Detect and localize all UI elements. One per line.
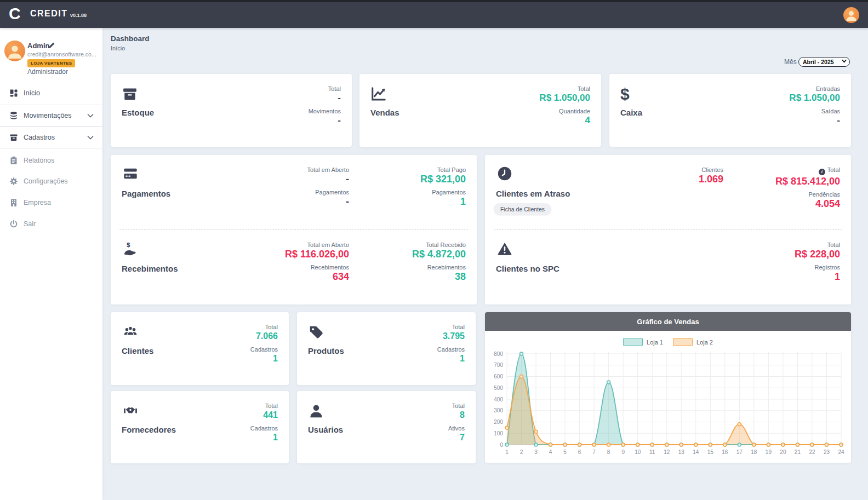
card-usuarios: Usuários Total 8 Ativos 7 xyxy=(297,391,476,463)
svg-text:6: 6 xyxy=(578,449,581,455)
stat-label: Ativos xyxy=(448,425,465,432)
stat-value: R$ 815.412,00 xyxy=(775,176,840,187)
svg-text:800: 800 xyxy=(494,351,503,357)
warning-triangle-icon xyxy=(497,241,512,256)
svg-text:3: 3 xyxy=(534,449,538,455)
svg-text:5: 5 xyxy=(563,449,567,455)
dollar-icon: $ xyxy=(620,86,637,102)
sidebar-item-label: Relatórios xyxy=(24,157,54,164)
section-title: Clientes em Atraso xyxy=(496,189,570,198)
legend-label: Loja 2 xyxy=(696,339,713,346)
stat-value: 8 xyxy=(460,410,465,421)
stat-label: Registros xyxy=(815,264,840,271)
stat-label: Total xyxy=(827,242,840,248)
stat-value: 634 xyxy=(333,271,349,282)
chevron-down-icon xyxy=(87,113,94,118)
stat-value: R$ 321,00 xyxy=(420,174,466,185)
legend-swatch xyxy=(673,338,693,346)
gear-icon xyxy=(9,177,18,186)
sidebar-item-label: Movimentações xyxy=(24,112,72,119)
stat-label: Pagamentos xyxy=(432,189,466,196)
stat-value: 1.069 xyxy=(699,174,723,185)
hand-money-icon: $ xyxy=(123,241,138,256)
svg-text:0: 0 xyxy=(500,442,503,448)
stat-label: Movimentos xyxy=(309,108,341,114)
info-icon[interactable]: i xyxy=(819,169,825,175)
stat-label: Total xyxy=(328,85,341,92)
svg-text:1: 1 xyxy=(505,449,509,455)
sidebar-item-relatorios[interactable]: Relatórios xyxy=(0,152,102,169)
handshake-icon xyxy=(122,403,139,417)
svg-text:200: 200 xyxy=(494,419,503,425)
stat-value: 1 xyxy=(273,432,278,443)
ficha-de-clientes-button[interactable]: Ficha de Clientes xyxy=(494,203,551,215)
stat-value: 7 xyxy=(460,432,465,443)
svg-text:15: 15 xyxy=(707,449,714,455)
sidebar-item-cadastros[interactable]: Cadastros xyxy=(0,127,102,148)
svg-text:700: 700 xyxy=(494,362,503,368)
svg-text:22: 22 xyxy=(809,449,815,455)
profile-role: Administrador xyxy=(27,68,68,76)
sidebar-item-movimentacoes[interactable]: Movimentações xyxy=(0,105,102,127)
sidebar-item-inicio[interactable]: Início xyxy=(0,85,102,101)
svg-text:11: 11 xyxy=(649,449,655,455)
dashboard-grid-icon xyxy=(9,89,18,97)
svg-text:10: 10 xyxy=(635,449,641,455)
legend-item[interactable]: Loja 2 xyxy=(673,338,713,346)
card-title: Caixa xyxy=(620,108,642,117)
month-select[interactable]: Abril - 2025 xyxy=(798,57,850,67)
section-title: Recebimentos xyxy=(122,264,178,273)
card-fornecedores: Fornecedores Total 441 Cadastros 1 xyxy=(111,391,289,463)
svg-text:23: 23 xyxy=(824,449,830,455)
profile-avatar[interactable] xyxy=(4,41,25,61)
topbar: C CREDIT v0.1.88 xyxy=(0,0,868,28)
building-icon xyxy=(9,198,18,207)
stat-label: Entradas xyxy=(816,85,840,92)
chart-title: Gráfico de Vendas xyxy=(485,312,851,331)
card-clientes-atraso-spc: Clientes em Atraso Ficha de Clientes Cli… xyxy=(485,155,851,304)
stat-value: 4.054 xyxy=(815,198,840,209)
stat-value: 1 xyxy=(460,353,465,364)
sidebar-item-empresa[interactable]: Empresa xyxy=(0,194,102,211)
stat-label: Cadastros xyxy=(437,346,465,353)
sidebar-item-sair[interactable]: Sair xyxy=(0,216,102,232)
power-icon xyxy=(9,220,18,228)
store-badge: LOJA VERTENTES xyxy=(27,59,75,67)
sidebar-item-label: Cadastros xyxy=(24,134,55,141)
stat-value: 1 xyxy=(835,271,840,282)
stat-label: Total em Aberto xyxy=(307,242,349,248)
page-title: Dashboard xyxy=(111,35,150,43)
month-label: Mês xyxy=(784,58,797,66)
edit-pencil-icon[interactable] xyxy=(48,42,55,49)
stat-value: 441 xyxy=(263,410,278,421)
sidebar-item-label: Início xyxy=(24,89,40,97)
card-title: Usuários xyxy=(308,425,343,434)
legend-item[interactable]: Loja 1 xyxy=(623,338,663,346)
svg-text:21: 21 xyxy=(795,449,801,455)
user-avatar-button[interactable] xyxy=(843,7,859,23)
card-title: Produtos xyxy=(308,346,344,355)
stat-label: Recebimentos xyxy=(311,264,349,271)
card-clientes: Clientes Total 7.066 Cadastros 1 xyxy=(111,312,289,385)
legend-swatch xyxy=(623,338,643,346)
stat-label: Total em Aberto xyxy=(307,166,349,173)
card-grafico-vendas: Gráfico de Vendas Loja 1Loja 2 123456789… xyxy=(485,312,851,463)
svg-text:18: 18 xyxy=(751,449,757,455)
app-logo: C xyxy=(9,4,21,23)
card-caixa: $ Caixa Entradas R$ 1.050,00 Saídas - xyxy=(609,74,851,147)
app-version: v0.1.88 xyxy=(70,13,87,18)
sidebar-item-configuracoes[interactable]: Configurações xyxy=(0,173,102,189)
svg-text:9: 9 xyxy=(621,449,625,455)
card-pagamentos-recebimentos: Pagamentos Total em Aberto - Pagamentos … xyxy=(111,155,477,304)
topbar-strip xyxy=(0,0,868,2)
stat-value: R$ 228,00 xyxy=(795,249,840,260)
stat-label: Total Recebido xyxy=(426,242,466,248)
svg-text:8: 8 xyxy=(607,449,610,455)
svg-text:100: 100 xyxy=(494,430,503,436)
clock-icon xyxy=(497,166,512,181)
stat-label: Pendências xyxy=(809,191,841,198)
svg-text:20: 20 xyxy=(780,449,786,455)
legend-label: Loja 1 xyxy=(647,339,663,346)
sidebar-item-label: Sair xyxy=(24,220,36,228)
section-title: Pagamentos xyxy=(122,189,170,198)
